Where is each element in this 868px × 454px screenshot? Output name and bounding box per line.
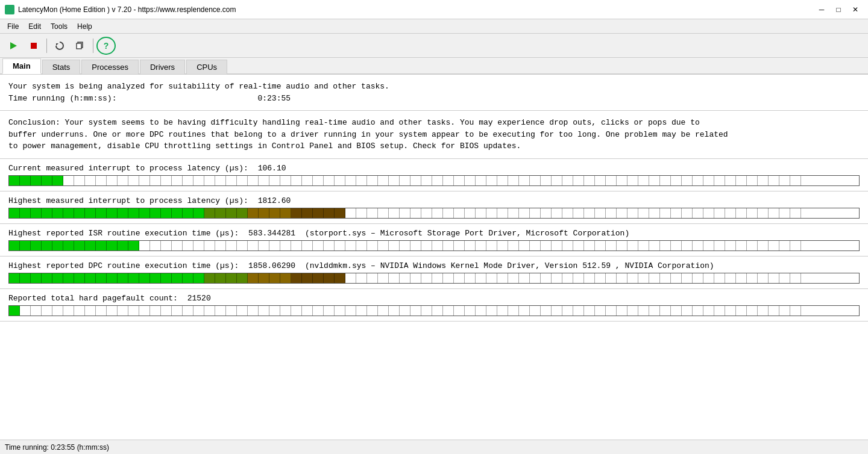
svg-rect-4	[77, 43, 81, 49]
title-bar: LatencyMon (Home Edition ) v 7.20 - http…	[0, 0, 868, 19]
status-line2: Time running (h:mm:ss): 0:23:55	[8, 93, 860, 105]
metric-highest-latency-label: Highest measured interrupt to process la…	[8, 196, 860, 205]
tabs: Main Stats Processes Drivers CPUs	[0, 58, 868, 75]
maximize-button[interactable]: □	[831, 3, 846, 16]
metric-highest-dpc: Highest reported DPC routine execution t…	[0, 257, 868, 289]
metric-current-latency: Current measured interrupt to process la…	[0, 159, 868, 191]
progress-bar-highest-dpc	[8, 273, 860, 284]
status-line1: Your system is being analyzed for suitab…	[8, 81, 860, 93]
toolbar-separator-1	[46, 39, 47, 53]
close-button[interactable]: ✕	[848, 3, 863, 16]
tab-stats[interactable]: Stats	[42, 60, 81, 74]
metric-highest-isr-label: Highest reported ISR routine execution t…	[8, 229, 860, 238]
svg-marker-2	[56, 43, 58, 46]
minimize-button[interactable]: ─	[814, 3, 829, 16]
progress-bar-highest-isr	[8, 240, 860, 251]
main-content: Your system is being analyzed for suitab…	[0, 75, 868, 440]
svg-marker-0	[10, 42, 17, 49]
status-bar-text: Time running: 0:23:55 (h:mm:ss)	[5, 443, 109, 452]
refresh-button[interactable]	[50, 37, 69, 55]
tab-cpus[interactable]: CPUs	[186, 60, 227, 74]
metric-current-latency-label: Current measured interrupt to process la…	[8, 164, 860, 173]
progress-bar-pagefault	[8, 305, 860, 316]
progress-bar-highest-latency	[8, 208, 860, 219]
tab-main[interactable]: Main	[2, 58, 41, 74]
app-icon	[5, 5, 14, 14]
metric-highest-latency: Highest measured interrupt to process la…	[0, 191, 868, 224]
progress-bar-current-latency	[8, 175, 860, 186]
window-title: LatencyMon (Home Edition ) v 7.20 - http…	[18, 5, 814, 14]
metric-pagefault: Reported total hard pagefault count: 215…	[0, 289, 868, 322]
help-button[interactable]: ?	[96, 37, 116, 55]
menu-bar: File Edit Tools Help	[0, 19, 868, 34]
metric-pagefault-label: Reported total hard pagefault count: 215…	[8, 294, 860, 303]
menu-edit[interactable]: Edit	[24, 21, 46, 32]
tab-processes[interactable]: Processes	[81, 60, 139, 74]
status-bar: Time running: 0:23:55 (h:mm:ss)	[0, 440, 868, 454]
toolbar-separator-2	[93, 39, 93, 53]
window-controls: ─ □ ✕	[814, 3, 863, 16]
status-section: Your system is being analyzed for suitab…	[0, 75, 868, 111]
toolbar: ?	[0, 34, 868, 58]
conclusion-text: Conclusion: Your system seems to be havi…	[8, 117, 860, 152]
metric-highest-dpc-label: Highest reported DPC routine execution t…	[8, 261, 860, 270]
tab-drivers[interactable]: Drivers	[140, 60, 185, 74]
conclusion-section: Conclusion: Your system seems to be havi…	[0, 111, 868, 159]
stop-button[interactable]	[24, 37, 43, 55]
svg-rect-1	[31, 43, 37, 49]
menu-file[interactable]: File	[2, 21, 24, 32]
copy-button[interactable]	[71, 37, 90, 55]
metric-highest-isr: Highest reported ISR routine execution t…	[0, 224, 868, 257]
play-button[interactable]	[4, 37, 23, 55]
menu-tools[interactable]: Tools	[46, 21, 72, 32]
menu-help[interactable]: Help	[72, 21, 97, 32]
